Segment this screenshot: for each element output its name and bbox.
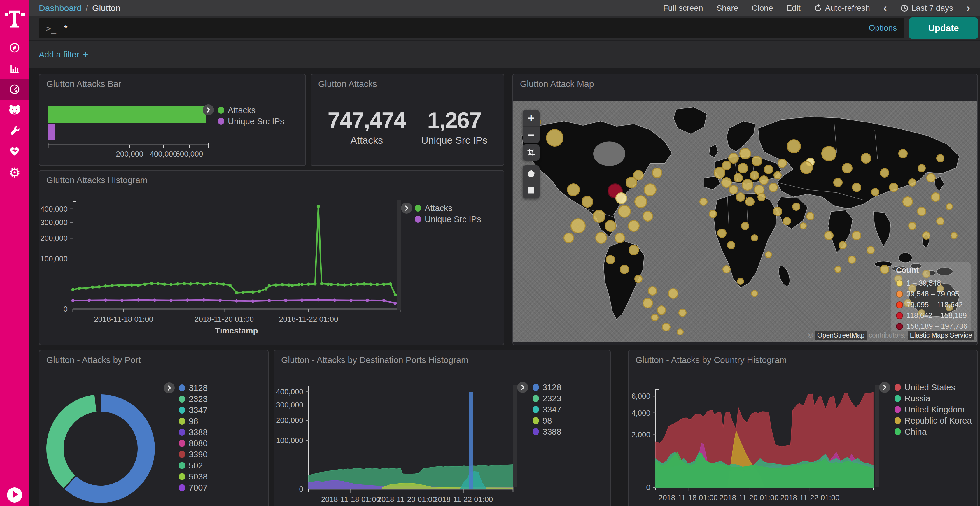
attack-bubble[interactable] bbox=[768, 183, 778, 192]
attack-bubble[interactable] bbox=[742, 179, 753, 190]
attack-bubble[interactable] bbox=[926, 173, 935, 182]
legend-scrollbar[interactable] bbox=[875, 385, 879, 487]
attack-bubble[interactable] bbox=[852, 183, 861, 192]
attack-bubble[interactable] bbox=[787, 139, 801, 153]
attack-bubble[interactable] bbox=[733, 173, 743, 182]
attack-bubble[interactable] bbox=[792, 203, 800, 211]
attack-bubble[interactable] bbox=[571, 218, 585, 233]
legend-item-5038[interactable]: 5038 bbox=[179, 471, 208, 482]
attack-bubble[interactable] bbox=[824, 231, 834, 240]
nav-item-full-screen[interactable]: Full screen bbox=[663, 3, 703, 13]
legend-item-2323[interactable]: 2323 bbox=[179, 393, 208, 404]
attack-bubble[interactable] bbox=[773, 171, 782, 179]
attack-bubble[interactable] bbox=[745, 197, 754, 206]
zoom-out-button[interactable]: − bbox=[523, 127, 539, 143]
attack-bubble[interactable] bbox=[699, 198, 708, 206]
attack-bubble[interactable] bbox=[871, 188, 880, 196]
attack-bubble[interactable] bbox=[620, 265, 629, 274]
legend-item-attacks[interactable]: Attacks bbox=[415, 203, 481, 214]
attack-bubble[interactable] bbox=[648, 286, 657, 295]
breadcrumb-dashboard-link[interactable]: Dashboard bbox=[39, 3, 82, 13]
attack-bubble[interactable] bbox=[593, 210, 606, 223]
attack-bubble[interactable] bbox=[936, 154, 944, 162]
attack-bubble[interactable] bbox=[898, 149, 908, 158]
openstreetmap-link[interactable]: OpenStreetMap bbox=[815, 331, 867, 339]
attack-bubble[interactable] bbox=[563, 233, 574, 243]
attack-bubble[interactable] bbox=[633, 170, 644, 181]
attack-bubble[interactable] bbox=[635, 275, 643, 283]
legend-toggle-arrow[interactable] bbox=[401, 203, 412, 214]
draw-rectangle-button[interactable] bbox=[523, 182, 539, 198]
attack-bubble[interactable] bbox=[778, 159, 787, 168]
elastic-maps-service-link[interactable]: Elastic Maps Service bbox=[908, 331, 974, 339]
bar-unique-src-ips[interactable] bbox=[48, 124, 54, 140]
attack-bubble[interactable] bbox=[773, 207, 782, 216]
sidebar-item-devtools[interactable] bbox=[0, 121, 29, 142]
attack-bubble[interactable] bbox=[651, 314, 659, 321]
attack-bubble[interactable] bbox=[736, 192, 745, 202]
legend-item-3388[interactable]: 3388 bbox=[179, 427, 208, 438]
legend-item-united-kingdom[interactable]: United Kingdom bbox=[894, 404, 972, 415]
attack-bubble[interactable] bbox=[709, 210, 717, 218]
legend-toggle-arrow[interactable] bbox=[203, 104, 214, 116]
attack-bubble[interactable] bbox=[567, 183, 580, 196]
legend-item-3388[interactable]: 3388 bbox=[533, 426, 562, 437]
fit-data-bounds-button[interactable] bbox=[523, 144, 539, 160]
area-series-3128[interactable] bbox=[469, 392, 473, 489]
attack-bubble[interactable] bbox=[918, 164, 926, 172]
legend-item-attacks[interactable]: Attacks bbox=[218, 105, 284, 116]
attack-bubble[interactable] bbox=[657, 306, 666, 315]
time-back-button[interactable]: ‹ bbox=[883, 2, 887, 14]
attack-bubble[interactable] bbox=[759, 176, 768, 185]
sidebar-item-management[interactable]: ⚙ bbox=[0, 162, 29, 183]
attack-bubble[interactable] bbox=[643, 298, 653, 308]
attack-bubble[interactable] bbox=[722, 161, 731, 170]
search-query-input[interactable]: >_ * Options bbox=[39, 18, 904, 38]
attack-bubble[interactable] bbox=[842, 163, 853, 173]
attack-bubble[interactable] bbox=[643, 211, 653, 222]
legend-item-2323[interactable]: 2323 bbox=[533, 393, 562, 404]
attack-bubble[interactable] bbox=[722, 265, 731, 273]
attack-bubble[interactable] bbox=[861, 153, 871, 163]
zoom-in-button[interactable]: + bbox=[523, 110, 539, 127]
attack-bubble[interactable] bbox=[889, 183, 898, 192]
attack-bubble[interactable] bbox=[838, 241, 847, 249]
attack-bubble[interactable] bbox=[738, 163, 748, 173]
attack-bubble[interactable] bbox=[917, 207, 926, 216]
attack-bubble[interactable] bbox=[662, 323, 671, 332]
sidebar-item-visualize[interactable] bbox=[0, 59, 29, 80]
attack-bubble[interactable] bbox=[951, 232, 958, 239]
legend-scrollbar[interactable] bbox=[513, 385, 517, 487]
legend-item-3347[interactable]: 3347 bbox=[179, 404, 208, 416]
attack-bubble[interactable] bbox=[922, 232, 931, 240]
legend-item-3390[interactable]: 3390 bbox=[179, 449, 208, 460]
attack-bubble[interactable] bbox=[765, 251, 772, 258]
legend-item-china[interactable]: China bbox=[894, 426, 972, 437]
attack-bubble[interactable] bbox=[628, 220, 640, 232]
time-forward-button[interactable]: › bbox=[967, 2, 970, 14]
attack-bubble[interactable] bbox=[751, 234, 758, 241]
nav-item-clone[interactable]: Clone bbox=[752, 3, 773, 13]
legend-item-republic-of-korea[interactable]: Republic of Korea bbox=[894, 415, 972, 426]
attack-bubble[interactable] bbox=[750, 171, 759, 180]
legend-item-russia[interactable]: Russia bbox=[894, 393, 972, 404]
legend-toggle-arrow[interactable] bbox=[517, 382, 528, 393]
attack-bubble[interactable] bbox=[821, 146, 837, 161]
bar-attacks[interactable] bbox=[48, 106, 205, 123]
legend-item-united-states[interactable]: United States bbox=[894, 382, 972, 393]
attack-bubble[interactable] bbox=[936, 217, 944, 225]
legend-item-98[interactable]: 98 bbox=[179, 416, 208, 427]
attack-bubble[interactable] bbox=[902, 197, 913, 207]
attack-bubble[interactable] bbox=[605, 220, 616, 232]
attack-bubble[interactable] bbox=[800, 161, 813, 174]
nav-item-edit[interactable]: Edit bbox=[786, 3, 800, 13]
attack-bubble[interactable] bbox=[908, 222, 916, 230]
sidebar-item-apm[interactable] bbox=[0, 100, 29, 121]
draw-polygon-button[interactable] bbox=[523, 165, 539, 182]
attack-bubble[interactable] bbox=[741, 222, 749, 230]
legend-item-502[interactable]: 502 bbox=[179, 460, 208, 471]
attack-bubble[interactable] bbox=[867, 246, 875, 254]
attack-bubble[interactable] bbox=[729, 185, 738, 194]
attack-bubble[interactable] bbox=[582, 196, 593, 208]
attack-bubble[interactable] bbox=[833, 178, 843, 187]
